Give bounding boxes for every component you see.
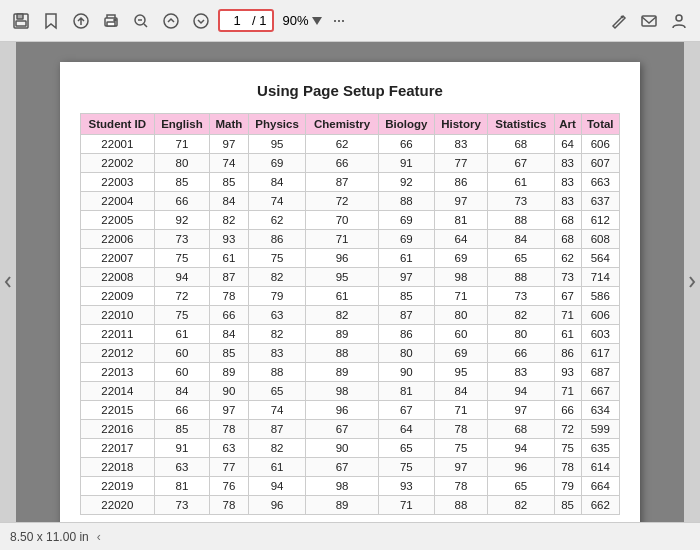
table-row: 220089487829597988873714 (81, 268, 620, 287)
zoom-out-icon[interactable] (128, 8, 154, 34)
document-title: Using Page Setup Feature (80, 82, 620, 99)
table-cell: 22001 (81, 135, 155, 154)
table-cell: 22006 (81, 230, 155, 249)
table-cell: 93 (378, 477, 434, 496)
table-cell: 97 (378, 268, 434, 287)
table-cell: 90 (378, 363, 434, 382)
table-cell: 88 (248, 363, 306, 382)
table-row: 220156697749667719766634 (81, 401, 620, 420)
table-cell: 82 (248, 268, 306, 287)
scroll-up-icon[interactable] (158, 8, 184, 34)
table-cell: 85 (154, 420, 209, 439)
table-cell: 85 (154, 173, 209, 192)
table-cell: 84 (248, 173, 306, 192)
table-cell: 89 (306, 363, 378, 382)
column-header: Math (210, 114, 249, 135)
table-cell: 73 (154, 230, 209, 249)
table-cell: 77 (434, 154, 487, 173)
header-row: Student IDEnglishMathPhysicsChemistryBio… (81, 114, 620, 135)
table-cell: 83 (434, 135, 487, 154)
annotate-icon[interactable] (606, 8, 632, 34)
column-header: Art (554, 114, 581, 135)
table-cell: 88 (306, 344, 378, 363)
user-icon[interactable] (666, 8, 692, 34)
table-cell: 83 (488, 363, 554, 382)
page-separator: / 1 (252, 13, 266, 28)
table-cell: 75 (434, 439, 487, 458)
svg-point-11 (676, 15, 682, 21)
table-cell: 599 (581, 420, 619, 439)
table-cell: 612 (581, 211, 619, 230)
table-cell: 22019 (81, 477, 155, 496)
table-cell: 71 (434, 287, 487, 306)
right-arrow[interactable] (684, 42, 700, 522)
table-cell: 68 (488, 135, 554, 154)
table-cell: 86 (554, 344, 581, 363)
left-arrow[interactable] (0, 42, 16, 522)
table-cell: 78 (554, 458, 581, 477)
table-cell: 22003 (81, 173, 155, 192)
table-cell: 22013 (81, 363, 155, 382)
table-cell: 663 (581, 173, 619, 192)
statusbar-left-arrow[interactable]: ‹ (97, 530, 101, 544)
table-row: 220198176949893786579664 (81, 477, 620, 496)
page-container: Using Page Setup Feature Student IDEngli… (16, 42, 684, 522)
table-cell: 61 (210, 249, 249, 268)
mail-icon[interactable] (636, 8, 662, 34)
bookmark-icon[interactable] (38, 8, 64, 34)
table-cell: 71 (554, 382, 581, 401)
more-label: ··· (332, 10, 344, 31)
table-cell: 22002 (81, 154, 155, 173)
svg-point-6 (114, 19, 116, 21)
page-current-input[interactable]: 1 (226, 13, 248, 28)
table-cell: 67 (488, 154, 554, 173)
table-cell: 93 (554, 363, 581, 382)
table-row: 220207378968971888285662 (81, 496, 620, 515)
table-cell: 69 (378, 230, 434, 249)
upload-icon[interactable] (68, 8, 94, 34)
table-cell: 72 (154, 287, 209, 306)
table-cell: 86 (434, 173, 487, 192)
table-cell: 67 (554, 287, 581, 306)
table-cell: 94 (248, 477, 306, 496)
table-cell: 91 (154, 439, 209, 458)
table-cell: 82 (306, 306, 378, 325)
table-cell: 64 (434, 230, 487, 249)
table-cell: 81 (434, 211, 487, 230)
table-cell: 68 (554, 230, 581, 249)
table-cell: 74 (210, 154, 249, 173)
column-header: Biology (378, 114, 434, 135)
table-body: 2200171979562668368646062200280746966917… (81, 135, 620, 515)
table-cell: 67 (306, 458, 378, 477)
table-cell: 84 (434, 382, 487, 401)
table-cell: 71 (154, 135, 209, 154)
table-cell: 88 (488, 268, 554, 287)
more-options-icon[interactable]: ··· (326, 8, 352, 34)
table-row: 220136089888990958393687 (81, 363, 620, 382)
table-cell: 63 (210, 439, 249, 458)
table-cell: 637 (581, 192, 619, 211)
table-cell: 96 (306, 249, 378, 268)
table-cell: 87 (378, 306, 434, 325)
table-cell: 66 (210, 306, 249, 325)
table-cell: 62 (554, 249, 581, 268)
scroll-down-icon[interactable] (188, 8, 214, 34)
table-cell: 79 (248, 287, 306, 306)
table-cell: 74 (248, 192, 306, 211)
table-cell: 714 (581, 268, 619, 287)
save-icon[interactable] (8, 8, 34, 34)
table-cell: 73 (488, 192, 554, 211)
table-cell: 74 (248, 401, 306, 420)
table-cell: 78 (434, 420, 487, 439)
column-header: English (154, 114, 209, 135)
table-cell: 90 (306, 439, 378, 458)
table-cell: 586 (581, 287, 619, 306)
table-cell: 98 (306, 382, 378, 401)
table-cell: 66 (306, 154, 378, 173)
table-cell: 69 (378, 211, 434, 230)
table-cell: 61 (488, 173, 554, 192)
print-icon[interactable] (98, 8, 124, 34)
zoom-control[interactable]: 90% (282, 13, 321, 28)
table-cell: 75 (154, 249, 209, 268)
table-cell: 85 (210, 173, 249, 192)
